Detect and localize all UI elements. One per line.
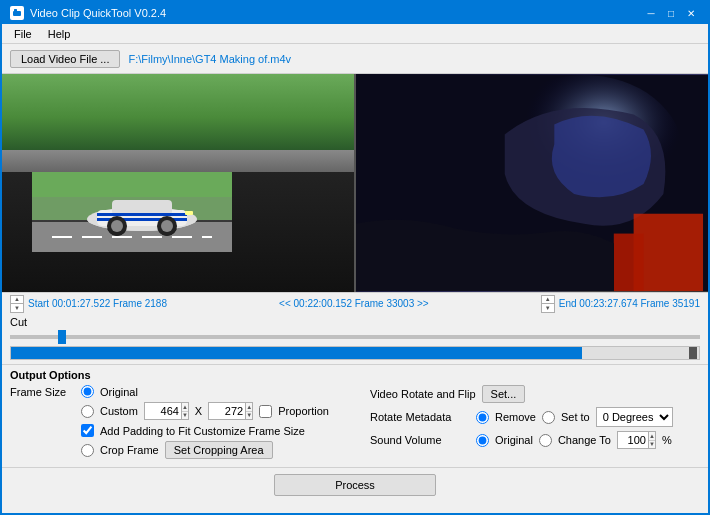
width-up[interactable]: ▲	[182, 403, 188, 412]
close-button[interactable]: ✕	[682, 6, 700, 20]
cut-slider-container	[10, 330, 700, 344]
start-spinner-up[interactable]: ▲	[11, 296, 23, 305]
title-bar-controls: ─ □ ✕	[642, 6, 700, 20]
center-info: << 00:22:00.152 Frame 33003 >>	[279, 298, 429, 309]
sound-volume-row: Sound Volume Original Change To ▲ ▼ %	[370, 431, 700, 449]
file-path: F:\Filmy\Inne\GT4 Making of.m4v	[128, 53, 291, 65]
video-rotate-label: Video Rotate and Flip	[370, 388, 476, 400]
start-timecode: Start 00:01:27.522 Frame 2188	[28, 298, 167, 309]
title-text: Video Clip QuickTool V0.2.4	[30, 7, 166, 19]
end-info: ▲ ▼ End 00:23:27.674 Frame 35191	[541, 295, 700, 313]
width-input[interactable]	[144, 402, 182, 420]
set-rotate-button[interactable]: Set...	[482, 385, 526, 403]
start-spinner[interactable]: ▲ ▼	[10, 295, 24, 313]
custom-label: Custom	[100, 405, 138, 417]
video-preview-right	[356, 74, 708, 292]
menu-help[interactable]: Help	[40, 26, 79, 42]
app-icon	[10, 6, 24, 20]
svg-rect-1	[14, 9, 17, 12]
height-arrows[interactable]: ▲ ▼	[246, 402, 253, 420]
menu-file[interactable]: File	[6, 26, 40, 42]
set-to-label: Set to	[561, 411, 590, 423]
svg-rect-19	[97, 213, 187, 216]
custom-line: Custom ▲ ▼ X ▲ ▼ Proporti	[10, 402, 340, 420]
toolbar: Load Video File ... F:\Filmy\Inne\GT4 Ma…	[2, 44, 708, 74]
set-cropping-button[interactable]: Set Cropping Area	[165, 441, 273, 459]
load-video-button[interactable]: Load Video File ...	[10, 50, 120, 68]
frame-size-line: Frame Size Original	[10, 385, 340, 398]
end-spinner-down[interactable]: ▼	[542, 304, 554, 312]
video-panel-right	[356, 74, 708, 292]
frame-size-label: Frame Size	[10, 386, 75, 398]
change-to-label: Change To	[558, 434, 611, 446]
padding-label: Add Padding to Fit Customize Frame Size	[100, 425, 305, 437]
crop-frame-label: Crop Frame	[100, 444, 159, 456]
volume-input[interactable]	[617, 431, 649, 449]
width-spinner: ▲ ▼	[144, 402, 189, 420]
left-options: Frame Size Original Custom ▲ ▼ X	[10, 385, 340, 463]
video-panel-left	[2, 74, 356, 292]
rotate-meta-row: Rotate Metadata Remove Set to 0 Degrees	[370, 407, 700, 427]
start-spinner-down[interactable]: ▼	[11, 304, 23, 312]
title-bar-left: Video Clip QuickTool V0.2.4	[10, 6, 166, 20]
video-area	[2, 74, 708, 292]
volume-spinner: ▲ ▼	[617, 431, 656, 449]
end-spinner-up[interactable]: ▲	[542, 296, 554, 305]
change-to-radio[interactable]	[539, 434, 552, 447]
original-vol-radio[interactable]	[476, 434, 489, 447]
width-down[interactable]: ▼	[182, 412, 188, 420]
right-options: Video Rotate and Flip Set... Rotate Meta…	[360, 385, 700, 463]
rotate-flip-row: Video Rotate and Flip Set...	[370, 385, 700, 403]
process-button[interactable]: Process	[274, 474, 436, 496]
sound-volume-label: Sound Volume	[370, 434, 470, 446]
crop-radio[interactable]	[81, 444, 94, 457]
output-options-title: Output Options	[10, 369, 700, 381]
timeline-bar: ▲ ▼ Start 00:01:27.522 Frame 2188 << 00:…	[2, 292, 708, 314]
proportion-label: Proportion	[278, 405, 329, 417]
slider-track	[10, 335, 700, 339]
original-label: Original	[100, 386, 138, 398]
options-row: Frame Size Original Custom ▲ ▼ X	[10, 385, 700, 463]
width-arrows[interactable]: ▲ ▼	[182, 402, 189, 420]
title-bar: Video Clip QuickTool V0.2.4 ─ □ ✕	[2, 2, 708, 24]
output-options: Output Options Frame Size Original Custo…	[2, 364, 708, 467]
remove-label: Remove	[495, 411, 536, 423]
right-scene-svg	[356, 74, 708, 292]
menu-bar: File Help	[2, 24, 708, 44]
rotate-meta-label: Rotate Metadata	[370, 411, 470, 423]
progress-thumb-right[interactable]	[689, 347, 697, 359]
remove-radio[interactable]	[476, 411, 489, 424]
progress-fill	[11, 347, 582, 359]
car-svg	[32, 172, 232, 252]
video-preview-left	[2, 74, 354, 292]
original-radio[interactable]	[81, 385, 94, 398]
height-up[interactable]: ▲	[246, 403, 252, 412]
degrees-select[interactable]: 0 Degrees	[596, 407, 673, 427]
volume-down[interactable]: ▼	[649, 441, 655, 449]
maximize-button[interactable]: □	[662, 6, 680, 20]
volume-up[interactable]: ▲	[649, 432, 655, 441]
volume-arrows[interactable]: ▲ ▼	[649, 431, 656, 449]
svg-rect-18	[112, 200, 172, 215]
progress-bar-container[interactable]	[10, 346, 700, 360]
minimize-button[interactable]: ─	[642, 6, 660, 20]
process-area: Process	[2, 467, 708, 502]
center-timecode: << 00:22:00.152 Frame 33003 >>	[279, 298, 429, 309]
padding-line: Add Padding to Fit Customize Frame Size	[10, 424, 340, 437]
proportion-checkbox[interactable]	[259, 405, 272, 418]
end-spinner[interactable]: ▲ ▼	[541, 295, 555, 313]
percent-label: %	[662, 434, 672, 446]
svg-point-24	[161, 220, 173, 232]
cut-area: Cut	[2, 314, 708, 364]
x-label: X	[195, 405, 202, 417]
start-info: ▲ ▼ Start 00:01:27.522 Frame 2188	[10, 295, 167, 313]
crop-line: Crop Frame Set Cropping Area	[10, 441, 340, 459]
svg-point-22	[111, 220, 123, 232]
slider-thumb[interactable]	[58, 330, 66, 344]
custom-radio[interactable]	[81, 405, 94, 418]
height-down[interactable]: ▼	[246, 412, 252, 420]
padding-checkbox[interactable]	[81, 424, 94, 437]
height-input[interactable]	[208, 402, 246, 420]
set-to-radio[interactable]	[542, 411, 555, 424]
height-spinner: ▲ ▼	[208, 402, 253, 420]
